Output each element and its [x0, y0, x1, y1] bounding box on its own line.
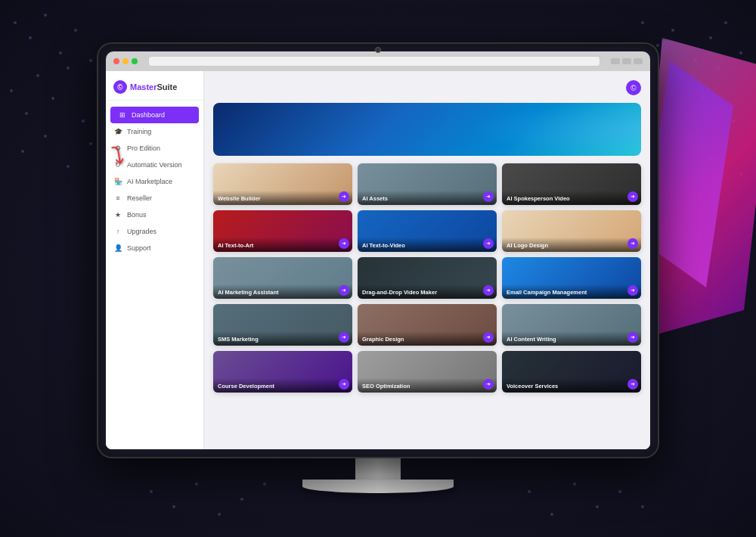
screen: © MasterSuite ⊞ Dashboard 🎓 Training ⚙ P…: [106, 71, 650, 449]
card-course-development[interactable]: Course Development ➜: [213, 351, 352, 393]
card-btn-ai-content-writing[interactable]: ➜: [627, 332, 638, 343]
card-label-ai-assets: AI Assets: [358, 191, 497, 205]
card-label-ai-marketing-assistant: AI Marketing Assistant: [213, 284, 352, 299]
nav-label-bonus: Bonus: [127, 211, 147, 219]
card-btn-seo-optimization[interactable]: ➜: [483, 379, 494, 390]
browser-ctrl-2: [622, 58, 631, 64]
card-btn-ai-spokesperson-video[interactable]: ➜: [627, 191, 638, 202]
main-content: © Website Builder ➜ AI Assets ➜ AI Spoke…: [204, 71, 650, 449]
card-label-ai-spokesperson-video: AI Spokesperson Video: [502, 191, 641, 205]
card-label-graphic-design: Graphic Design: [358, 331, 497, 346]
card-label-sms-marketing: SMS Marketing: [213, 331, 352, 346]
sidebar-item-ai-marketplace[interactable]: 🏪 AI Marketplace: [106, 173, 203, 190]
card-btn-course-development[interactable]: ➜: [339, 379, 349, 390]
card-btn-ai-marketing-assistant[interactable]: ➜: [339, 285, 349, 296]
card-label-ai-content-writing: AI Content Writing: [502, 331, 641, 346]
webcam: [375, 47, 381, 53]
card-btn-ai-assets[interactable]: ➜: [483, 191, 494, 202]
card-voiceover-services[interactable]: Voiceover Services ➜: [502, 351, 641, 393]
card-label-ai-logo-design: AI Logo Design: [502, 237, 641, 252]
nav-label-support: Support: [127, 244, 151, 252]
minimize-dot[interactable]: [122, 58, 129, 64]
browser-traffic-lights: [113, 58, 138, 64]
nav-icon-support: 👤: [113, 244, 122, 253]
card-btn-email-campaign-management[interactable]: ➜: [627, 285, 638, 296]
nav-icon-reseller: ≡: [113, 194, 122, 203]
nav-label-ai-marketplace: AI Marketplace: [127, 178, 172, 185]
card-label-website-builder: Website Builder: [213, 191, 352, 205]
card-sms-marketing[interactable]: SMS Marketing ➜: [213, 304, 352, 346]
sidebar-item-support[interactable]: 👤 Support: [106, 240, 203, 256]
nav-icon-dashboard: ⊞: [118, 110, 127, 120]
nav-icon-upgrades: ↑: [113, 227, 122, 236]
card-ai-content-writing[interactable]: AI Content Writing ➜: [502, 304, 641, 346]
logo-icon: ©: [113, 80, 127, 94]
card-ai-logo-design[interactable]: AI Logo Design ➜: [502, 210, 641, 252]
card-ai-spokesperson-video[interactable]: AI Spokesperson Video ➜: [502, 163, 641, 205]
card-btn-sms-marketing[interactable]: ➜: [339, 332, 349, 343]
card-btn-ai-text-to-art[interactable]: ➜: [339, 238, 349, 249]
maximize-dot[interactable]: [132, 58, 138, 64]
card-drag-drop-video-maker[interactable]: Drag-and-Drop Video Maker ➜: [358, 257, 497, 299]
browser-chrome: [106, 51, 650, 71]
nav-label-upgrades: Upgrades: [127, 228, 156, 235]
sidebar-item-upgrades[interactable]: ↑ Upgrades: [106, 223, 203, 240]
sidebar: © MasterSuite ⊞ Dashboard 🎓 Training ⚙ P…: [106, 71, 204, 449]
nav-label-automatic-version: Automatic Version: [127, 161, 182, 169]
close-dot[interactable]: [113, 58, 119, 64]
card-label-email-campaign-management: Email Campaign Management: [502, 284, 641, 299]
card-seo-optimization[interactable]: SEO Optimization ➜: [358, 351, 497, 393]
header-user-icon[interactable]: ©: [626, 80, 641, 95]
sidebar-item-bonus[interactable]: ★ Bonus: [106, 206, 203, 223]
card-ai-text-to-art[interactable]: AI Text-to-Art ➜: [213, 210, 352, 252]
logo: © MasterSuite: [106, 71, 203, 101]
card-btn-voiceover-services[interactable]: ➜: [627, 379, 638, 390]
nav-icon-training: 🎓: [113, 127, 122, 136]
card-website-builder[interactable]: Website Builder ➜: [213, 163, 352, 205]
nav-icon-bonus: ★: [113, 210, 122, 219]
nav-label-training: Training: [127, 128, 151, 135]
card-label-drag-drop-video-maker: Drag-and-Drop Video Maker: [358, 284, 497, 299]
nav-label-pro-edition: Pro Edition: [127, 144, 160, 152]
header-bar: ©: [213, 80, 641, 95]
card-label-ai-text-to-art: AI Text-to-Art: [213, 237, 352, 252]
card-btn-ai-logo-design[interactable]: ➜: [627, 238, 638, 249]
nav-label-reseller: Reseller: [127, 194, 152, 202]
card-label-ai-text-to-video: AI Text-to-Video: [358, 237, 497, 252]
card-ai-assets[interactable]: AI Assets ➜: [358, 163, 497, 205]
card-label-course-development: Course Development: [213, 378, 352, 393]
card-btn-website-builder[interactable]: ➜: [339, 191, 349, 202]
monitor-body: © MasterSuite ⊞ Dashboard 🎓 Training ⚙ P…: [98, 44, 658, 457]
browser-action-buttons: [611, 58, 643, 64]
browser-ctrl-3: [634, 58, 643, 64]
browser-ctrl-1: [611, 58, 620, 64]
card-label-voiceover-services: Voiceover Services: [502, 378, 641, 393]
card-ai-text-to-video[interactable]: AI Text-to-Video ➜: [358, 210, 497, 252]
address-bar[interactable]: [148, 56, 600, 67]
card-btn-graphic-design[interactable]: ➜: [483, 332, 494, 343]
card-label-seo-optimization: SEO Optimization: [358, 378, 497, 393]
sidebar-item-dashboard[interactable]: ⊞ Dashboard: [110, 107, 199, 123]
card-ai-marketing-assistant[interactable]: AI Marketing Assistant ➜: [213, 257, 352, 299]
card-btn-ai-text-to-video[interactable]: ➜: [483, 238, 494, 249]
sidebar-item-training[interactable]: 🎓 Training: [106, 123, 203, 140]
nav-label-dashboard: Dashboard: [132, 111, 165, 119]
card-email-campaign-management[interactable]: Email Campaign Management ➜: [502, 257, 641, 299]
logo-text: MasterSuite: [130, 82, 177, 92]
monitor-stand-neck: [355, 457, 401, 480]
card-graphic-design[interactable]: Graphic Design ➜: [358, 304, 497, 346]
hero-banner: [213, 103, 641, 156]
nav-icon-ai-marketplace: 🏪: [113, 177, 122, 186]
sidebar-item-reseller[interactable]: ≡ Reseller: [106, 190, 203, 206]
monitor: © MasterSuite ⊞ Dashboard 🎓 Training ⚙ P…: [98, 44, 658, 493]
monitor-stand-base: [302, 480, 454, 493]
cards-grid: Website Builder ➜ AI Assets ➜ AI Spokesp…: [213, 163, 641, 393]
card-btn-drag-drop-video-maker[interactable]: ➜: [483, 285, 494, 296]
